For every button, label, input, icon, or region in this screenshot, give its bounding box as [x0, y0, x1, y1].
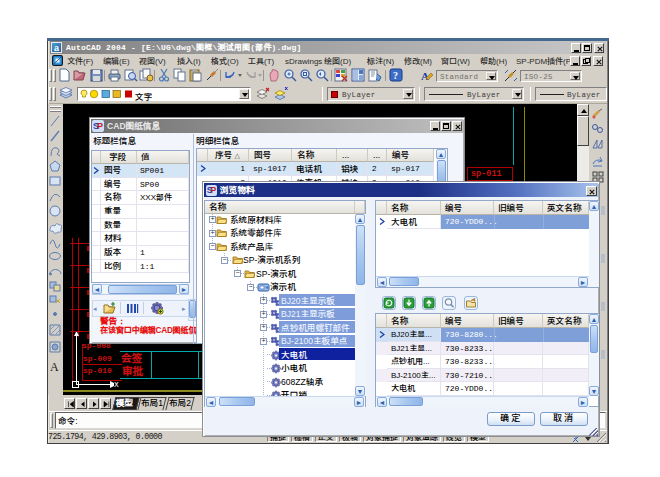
svg-text:?: ? [393, 70, 398, 81]
svg-text:A: A [50, 360, 59, 374]
